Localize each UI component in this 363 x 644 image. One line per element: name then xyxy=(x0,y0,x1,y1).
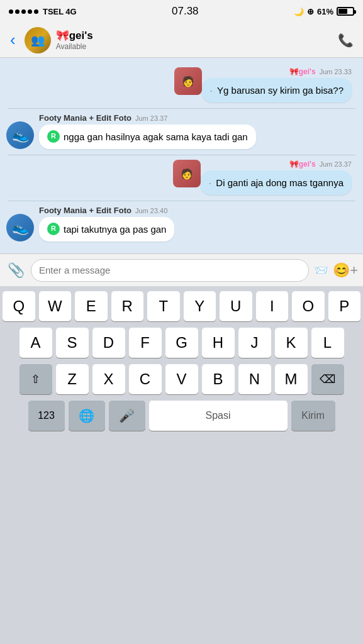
message-3: 🎀gei's Jum 23.37 • Di ganti aja dong mas… xyxy=(0,157,363,198)
key-O[interactable]: O xyxy=(292,291,325,321)
key-K[interactable]: K xyxy=(275,328,308,358)
key-U[interactable]: U xyxy=(220,291,252,321)
message-2-meta: Footy Mania + Edit Foto Jum 23.37 xyxy=(39,113,256,123)
key-B[interactable]: B xyxy=(202,364,235,394)
message-3-bubble: • Di ganti aja dong mas tgannya xyxy=(201,170,352,195)
key-N[interactable]: N xyxy=(238,364,271,394)
message-2-row: R ngga gan hasilnya agak sama kaya tadi … xyxy=(47,130,248,143)
status-left: TSEL 4G xyxy=(9,7,77,16)
lock-icon: ⊕ xyxy=(307,7,314,16)
key-R[interactable]: R xyxy=(111,291,144,321)
message-input[interactable] xyxy=(31,259,309,282)
emoji-button[interactable]: 😊+ xyxy=(333,262,358,279)
send-key[interactable]: Kirim xyxy=(291,401,335,431)
message-2-avatar-img: 👟 xyxy=(6,121,34,149)
message-4-wrap: Footy Mania + Edit Foto Jum 23.40 R tapi… xyxy=(39,206,174,242)
network-label: 4G xyxy=(65,7,76,16)
key-Q[interactable]: Q xyxy=(3,291,35,321)
key-I[interactable]: I xyxy=(256,291,289,321)
key-T[interactable]: T xyxy=(147,291,180,321)
carrier-label: TSEL xyxy=(43,7,64,16)
back-button[interactable]: ‹ xyxy=(6,30,20,50)
time-label: 07.38 xyxy=(172,5,199,18)
message-3-sender: 🎀gei's xyxy=(289,160,316,169)
contact-status: Available xyxy=(56,42,329,51)
input-bar: 📎 📨 😊+ xyxy=(0,253,363,286)
moon-icon: 🌙 xyxy=(294,7,304,16)
message-3-wrap: 🎀gei's Jum 23.37 • Di ganti aja dong mas… xyxy=(201,160,352,195)
signal-dot-4 xyxy=(28,9,32,14)
send-icon[interactable]: 📨 xyxy=(313,264,329,277)
numbers-key[interactable]: 123 xyxy=(28,401,65,431)
globe-key[interactable]: 🌐 xyxy=(69,401,105,431)
keyboard: Q W E R T Y U I O P A S D F G H J K L ⇧ … xyxy=(0,286,363,437)
contact-info: 🎀gei's Available xyxy=(56,29,329,51)
key-W[interactable]: W xyxy=(39,291,72,321)
message-1-avatar: 🧑 xyxy=(174,67,202,95)
message-2-avatar: 👟 xyxy=(6,121,34,149)
signal-dot-5 xyxy=(34,9,38,14)
mic-key[interactable]: 🎤 xyxy=(109,401,145,431)
message-1: 🎀gei's Jum 23.33 • Yg barusan sy kirim g… xyxy=(0,64,363,106)
key-X[interactable]: X xyxy=(92,364,125,394)
message-4-meta: Footy Mania + Edit Foto Jum 23.40 xyxy=(39,206,174,215)
battery-icon xyxy=(337,7,354,16)
key-V[interactable]: V xyxy=(165,364,198,394)
key-D[interactable]: D xyxy=(92,328,125,358)
message-2-text: ngga gan hasilnya agak sama kaya tadi ga… xyxy=(64,130,248,143)
signal-dot-2 xyxy=(15,9,20,14)
key-H[interactable]: H xyxy=(202,328,235,358)
key-F[interactable]: F xyxy=(129,328,162,358)
message-4-row: R tapi takutnya ga pas gan xyxy=(47,223,166,236)
dot-prefix-3: • xyxy=(209,180,211,186)
key-Y[interactable]: Y xyxy=(184,291,216,321)
whatsapp-r-icon-4: R xyxy=(47,223,60,235)
shoe-icon-4: 👟 xyxy=(12,219,29,236)
divider-3 xyxy=(8,201,355,201)
message-4-avatar-img: 👟 xyxy=(6,214,34,242)
avatar-emoji: 🧑 xyxy=(182,75,194,87)
message-3-text: Di ganti aja dong mas tgannya xyxy=(216,177,343,188)
shoe-icon: 👟 xyxy=(12,127,29,143)
attach-button[interactable]: 📎 xyxy=(5,262,27,279)
avatar-emoji-3: 🧑 xyxy=(181,168,193,180)
message-4-time: Jum 23.40 xyxy=(135,207,167,214)
keyboard-row-1: Q W E R T Y U I O P xyxy=(3,291,360,321)
shift-key[interactable]: ⇧ xyxy=(20,364,52,394)
message-4-sender: Footy Mania + Edit Foto xyxy=(39,206,131,215)
message-1-meta: 🎀gei's Jum 23.33 xyxy=(289,67,352,76)
key-C[interactable]: C xyxy=(129,364,162,394)
chat-header: ‹ 👥 🎀gei's Available 📞 xyxy=(0,23,363,58)
message-1-time: Jum 23.33 xyxy=(320,68,352,75)
key-J[interactable]: J xyxy=(238,328,271,358)
keyboard-row-4: 123 🌐 🎤 Spasi Kirim xyxy=(3,401,360,431)
space-key[interactable]: Spasi xyxy=(149,401,288,431)
contact-name: 🎀gei's xyxy=(56,29,329,42)
key-A[interactable]: A xyxy=(20,328,52,358)
key-G[interactable]: G xyxy=(165,328,198,358)
divider-2 xyxy=(8,155,355,155)
key-M[interactable]: M xyxy=(275,364,308,394)
keyboard-row-2: A S D F G H J K L xyxy=(3,328,360,358)
message-2-time: Jum 23.37 xyxy=(135,114,167,122)
message-1-sender: 🎀gei's xyxy=(289,67,316,76)
contact-avatar: 👥 xyxy=(25,27,51,53)
divider-1 xyxy=(8,108,355,109)
chat-area: 🎀gei's Jum 23.33 • Yg barusan sy kirim g… xyxy=(0,58,363,253)
call-button[interactable]: 📞 xyxy=(334,29,357,52)
message-2-sender: Footy Mania + Edit Foto xyxy=(39,113,131,123)
message-3-meta: 🎀gei's Jum 23.37 xyxy=(289,160,352,169)
signal-dot-1 xyxy=(9,9,13,14)
key-E[interactable]: E xyxy=(75,291,108,321)
key-L[interactable]: L xyxy=(311,328,344,358)
key-P[interactable]: P xyxy=(328,291,361,321)
battery-percent: 61% xyxy=(317,7,333,16)
message-2-bubble: R ngga gan hasilnya agak sama kaya tadi … xyxy=(39,125,256,149)
key-S[interactable]: S xyxy=(56,328,89,358)
key-Z[interactable]: Z xyxy=(56,364,89,394)
message-4: 👟 Footy Mania + Edit Foto Jum 23.40 R ta… xyxy=(0,203,363,245)
message-4-avatar: 👟 xyxy=(6,214,34,242)
backspace-key[interactable]: ⌫ xyxy=(311,364,344,394)
message-3-avatar: 🧑 xyxy=(173,160,201,187)
message-2: 👟 Footy Mania + Edit Foto Jum 23.37 R ng… xyxy=(0,110,363,152)
